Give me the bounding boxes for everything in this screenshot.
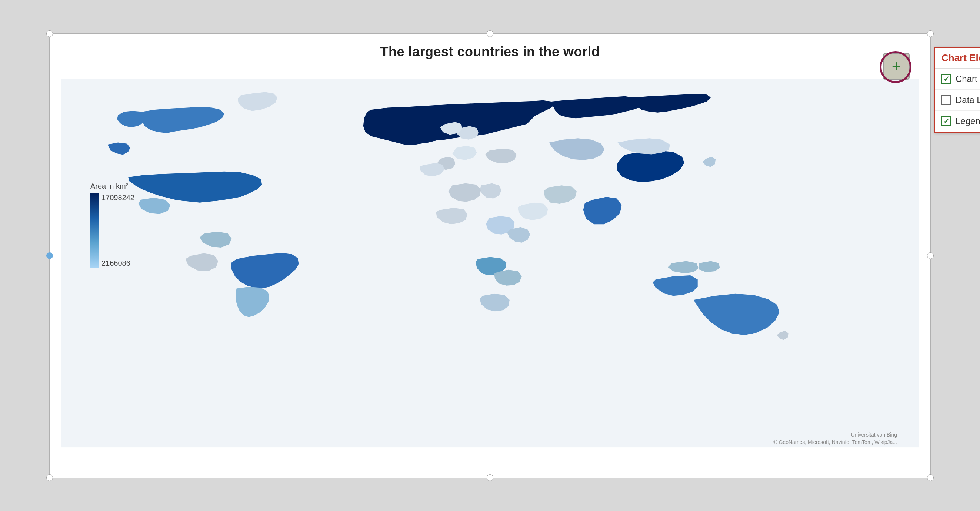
- handle-edge-right[interactable]: [927, 252, 934, 259]
- chart-elements-button[interactable]: +: [883, 53, 910, 80]
- handle-corner-tr[interactable]: [927, 30, 934, 37]
- legend-color-bar: [91, 193, 99, 267]
- check-mark-icon: ✓: [943, 75, 950, 83]
- chart-title-label: Chart Title: [956, 74, 980, 84]
- map-area: Area in km² 17098242 2166086 Universität…: [61, 64, 919, 463]
- data-labels-checkbox[interactable]: [942, 95, 951, 105]
- chart-legend: Area in km² 17098242 2166086: [91, 182, 128, 267]
- chart-elements-item-legend[interactable]: ✓ Legend: [935, 111, 980, 132]
- data-labels-label: Data Labels: [956, 95, 980, 105]
- handle-corner-tl[interactable]: [46, 30, 53, 37]
- chart-elements-item-chart-title[interactable]: ✓ Chart Title ▶: [935, 68, 980, 90]
- legend-label: Area in km²: [91, 182, 128, 191]
- chart-container: The largest countries in the world: [49, 33, 931, 478]
- map-attribution: Universität von Bing © GeoNames, Microso…: [773, 431, 897, 446]
- chart-title: The largest countries in the world: [49, 34, 931, 64]
- chart-title-checkbox[interactable]: ✓: [942, 74, 951, 84]
- chart-elements-panel: Chart Elements ✓ Chart Title ▶ Above Cha…: [934, 47, 980, 133]
- chart-elements-header: Chart Elements: [935, 48, 980, 68]
- handle-corner-bl[interactable]: [46, 474, 53, 481]
- handle-corner-br[interactable]: [927, 474, 934, 481]
- plus-icon: +: [892, 59, 901, 74]
- handle-edge-top[interactable]: [487, 30, 493, 37]
- legend-checkbox[interactable]: ✓: [942, 116, 951, 126]
- world-map-svg: [61, 64, 919, 463]
- handle-edge-bottom[interactable]: [487, 474, 493, 481]
- chart-elements-item-data-labels[interactable]: Data Labels: [935, 90, 980, 111]
- legend-max-value: 17098242: [102, 193, 134, 202]
- legend-min-value: 2166086: [102, 259, 130, 267]
- legend-label-text: Legend: [956, 116, 980, 126]
- handle-edge-left[interactable]: [46, 252, 53, 259]
- legend-check-mark-icon: ✓: [943, 117, 950, 126]
